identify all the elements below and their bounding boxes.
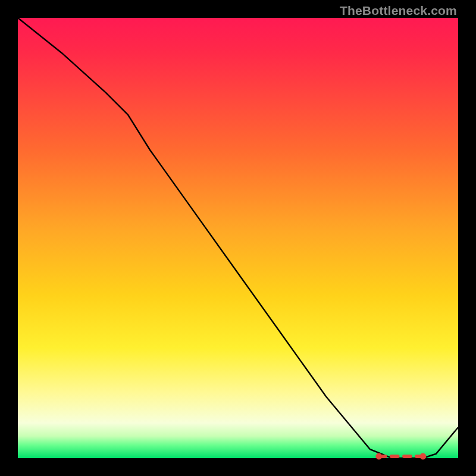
- chart-overlay: [18, 18, 458, 458]
- optimal-dot-start: [376, 453, 382, 459]
- bottleneck-curve: [18, 18, 458, 458]
- attribution-text: TheBottleneck.com: [340, 4, 457, 18]
- optimal-dot-end: [420, 453, 426, 459]
